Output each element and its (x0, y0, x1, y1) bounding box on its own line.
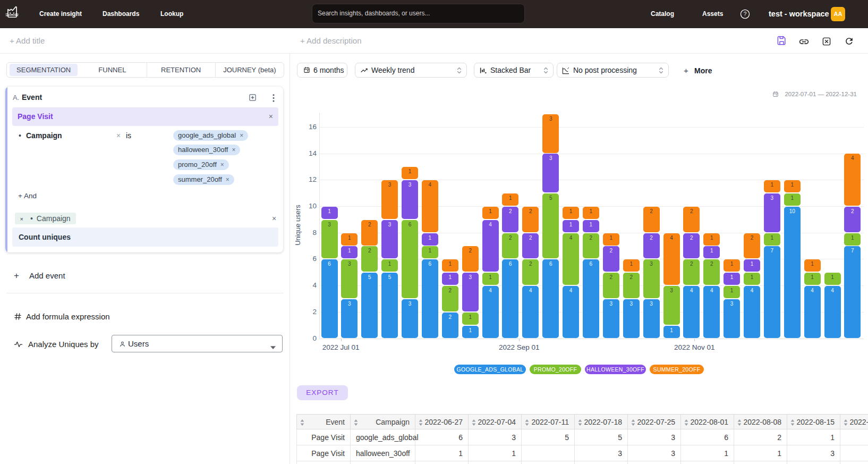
svg-text:?: ? (744, 11, 747, 17)
